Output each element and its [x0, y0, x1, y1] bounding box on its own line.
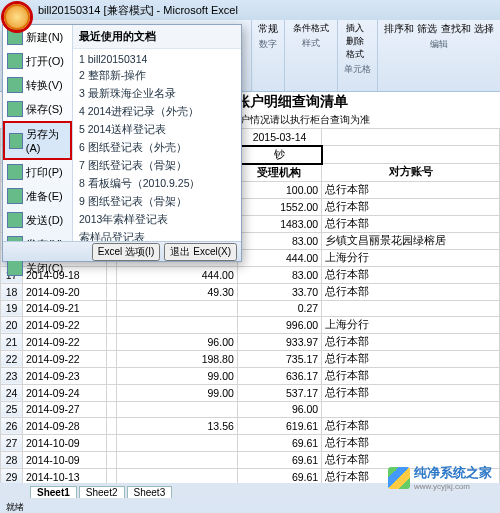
- title-bar: bill20150314 [兼容模式] - Microsoft Excel: [0, 0, 500, 20]
- table-row[interactable]: 172014-09-18444.0083.00总行本部: [1, 266, 500, 283]
- value-download-date: 2015-03-14: [237, 129, 321, 146]
- table-row[interactable]: 192014-09-210.27: [1, 300, 500, 316]
- table-row[interactable]: 262014-09-2813.56619.61总行本部: [1, 417, 500, 434]
- sort-filter-button[interactable]: 排序和 筛选: [384, 22, 437, 36]
- table-row[interactable]: 232014-09-2399.00636.17总行本部: [1, 367, 500, 384]
- office-menu-convert[interactable]: 转换(V): [3, 73, 72, 97]
- watermark-url: www.ycyjkj.com: [414, 482, 492, 491]
- watermark: 纯净系统之家 www.ycyjkj.com: [388, 464, 492, 491]
- value-currency-flag[interactable]: 钞: [237, 146, 321, 164]
- ribbon-group-cells: 单元格: [344, 63, 371, 76]
- table-row[interactable]: 212014-09-2296.00933.97总行本部: [1, 333, 500, 350]
- table-row[interactable]: 242014-09-2499.00537.17总行本部: [1, 384, 500, 401]
- prepare-icon: [7, 188, 23, 204]
- save-icon: [7, 101, 23, 117]
- delete-button[interactable]: 删除: [344, 35, 371, 48]
- office-menu-save[interactable]: 保存(S): [3, 97, 72, 121]
- office-menu-print[interactable]: 打印(P): [3, 160, 72, 184]
- column-account: 对方账号: [322, 164, 500, 182]
- recent-doc-item[interactable]: 7 图纸登记表（骨架）: [79, 157, 235, 175]
- office-menu-footer: Excel 选项(I) 退出 Excel(X): [3, 241, 241, 261]
- find-select-button[interactable]: 查找和 选择: [441, 22, 494, 36]
- recent-docs-title: 最近使用的文档: [73, 25, 241, 49]
- print-icon: [7, 164, 23, 180]
- office-menu-saveas[interactable]: 另存为(A): [3, 121, 72, 160]
- recent-doc-item[interactable]: 5 2014送样登记表: [79, 121, 235, 139]
- ribbon-group-number: 数字: [258, 38, 278, 51]
- recent-doc-item[interactable]: 8 看板编号（2010.9.25）: [79, 175, 235, 193]
- sheet-tab[interactable]: Sheet1: [30, 486, 77, 498]
- close-icon: [7, 260, 23, 276]
- table-row[interactable]: 272014-10-0969.61总行本部: [1, 434, 500, 451]
- recent-doc-item[interactable]: 9 图纸登记表（骨架）: [79, 193, 235, 211]
- open-icon: [7, 53, 23, 69]
- recent-doc-item[interactable]: 4 2014进程记录（外壳）: [79, 103, 235, 121]
- new-icon: [7, 29, 23, 45]
- recent-doc-item[interactable]: 6 图纸登记表（外壳）: [79, 139, 235, 157]
- number-format-select[interactable]: 常规: [258, 22, 278, 36]
- office-menu-left: 新建(N)打开(O)转换(V)保存(S)另存为(A)打印(P)准备(E)发送(D…: [3, 25, 73, 261]
- watermark-icon: [388, 467, 410, 489]
- office-button[interactable]: [4, 4, 30, 30]
- excel-options-button[interactable]: Excel 选项(I): [92, 243, 161, 261]
- office-menu-open[interactable]: 打开(O): [3, 49, 72, 73]
- window-title: bill20150314 [兼容模式] - Microsoft Excel: [38, 3, 238, 18]
- recent-doc-item[interactable]: 1 bill20150314: [79, 51, 235, 67]
- office-menu: 新建(N)打开(O)转换(V)保存(S)另存为(A)打印(P)准备(E)发送(D…: [2, 24, 242, 262]
- table-row[interactable]: 252014-09-2796.00: [1, 401, 500, 417]
- office-menu-send[interactable]: 发送(D): [3, 208, 72, 232]
- ribbon-group-styles: 样式: [291, 37, 331, 50]
- watermark-text: 纯净系统之家: [414, 465, 492, 480]
- table-row[interactable]: 222014-09-22198.80735.17总行本部: [1, 350, 500, 367]
- saveas-icon: [9, 133, 23, 149]
- exit-excel-button[interactable]: 退出 Excel(X): [164, 243, 237, 261]
- office-menu-recent: 最近使用的文档 1 bill201503142 整部新-操作3 最新珠海企业名录…: [73, 25, 241, 261]
- recent-doc-item[interactable]: 2013年索样登记表: [79, 211, 235, 229]
- convert-icon: [7, 77, 23, 93]
- ribbon-group-edit: 编辑: [384, 38, 494, 51]
- send-icon: [7, 212, 23, 228]
- recent-doc-item[interactable]: 2 整部新-操作: [79, 67, 235, 85]
- insert-button[interactable]: 插入: [344, 22, 371, 35]
- conditional-format-button[interactable]: 条件格式: [291, 22, 331, 35]
- column-institution: 受理机构: [237, 164, 321, 182]
- format-button[interactable]: 格式: [344, 48, 371, 61]
- recent-doc-item[interactable]: 3 最新珠海企业名录: [79, 85, 235, 103]
- office-menu-prepare[interactable]: 准备(E): [3, 184, 72, 208]
- table-row[interactable]: 202014-09-22996.00上海分行: [1, 316, 500, 333]
- sheet-tab[interactable]: Sheet3: [127, 486, 173, 498]
- table-row[interactable]: 182014-09-2049.3033.70总行本部: [1, 283, 500, 300]
- sheet-tab[interactable]: Sheet2: [79, 486, 125, 498]
- status-bar: 就绪: [0, 501, 500, 513]
